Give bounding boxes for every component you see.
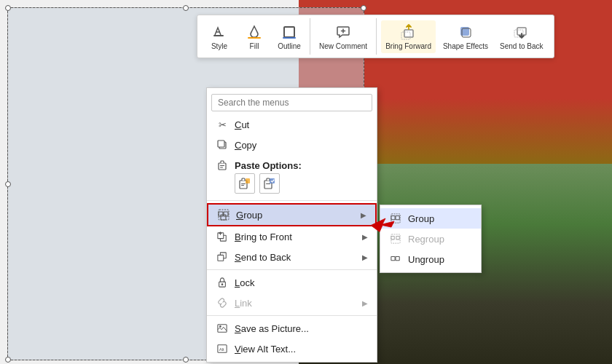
ribbon-separator-2 — [376, 18, 377, 55]
shape-effects-icon — [457, 23, 474, 41]
menu-item-link-text: Link — [235, 298, 362, 309]
ribbon-shape-effects-button[interactable]: Shape Effects — [439, 20, 493, 53]
menu-item-group-text: Group — [236, 210, 361, 221]
ribbon-send-to-back-label: Send to Back — [500, 42, 543, 50]
send-to-back-arrow: ▶ — [362, 253, 368, 261]
menu-item-lock-text: Lock — [235, 277, 368, 288]
menu-item-copy-text: Copy — [235, 140, 368, 151]
submenu-ungroup[interactable]: Ungroup — [380, 249, 481, 269]
menu-item-send-to-back[interactable]: Send to Back ▶ — [207, 247, 377, 267]
svg-rect-17 — [241, 185, 244, 186]
lock-icon — [216, 276, 229, 289]
svg-rect-29 — [391, 237, 394, 240]
bring-forward-icon — [400, 23, 417, 41]
link-icon — [216, 296, 229, 309]
ribbon-fill-label: Fill — [250, 42, 259, 50]
paste-options-icon — [216, 159, 229, 172]
save-as-picture-icon — [216, 322, 229, 335]
menu-item-bring-to-front-text: Bring to Front — [235, 232, 362, 242]
ribbon-bring-forward-label: Bring Forward — [385, 42, 431, 50]
menu-item-send-to-back-text: Send to Back — [235, 252, 362, 263]
copy-icon — [216, 138, 229, 151]
ribbon-outline-label: Outline — [278, 42, 301, 50]
style-icon — [211, 23, 228, 41]
send-to-back-icon — [216, 250, 229, 264]
menu-item-lock[interactable]: Lock — [207, 272, 377, 293]
send-to-back-icon — [513, 23, 530, 41]
svg-rect-13 — [220, 165, 224, 166]
bring-to-front-icon — [216, 230, 229, 243]
ribbon-shape-effects-label: Shape Effects — [443, 42, 488, 50]
svg-rect-37 — [218, 255, 224, 261]
submenu-group-text: Group — [408, 213, 434, 224]
menu-item-copy[interactable]: Copy — [207, 135, 377, 155]
svg-rect-4 — [404, 30, 413, 37]
group-submenu-arrow: ▶ — [361, 211, 366, 219]
menu-item-group[interactable]: Group ▶ Group — [207, 203, 377, 226]
menu-item-view-alt-text-text: View Alt Text... — [235, 344, 368, 355]
svg-rect-16 — [241, 183, 246, 184]
menu-item-cut[interactable]: ✂ Cut — [207, 114, 377, 135]
red-arrow-indicator — [368, 215, 397, 237]
ribbon-bring-forward-button[interactable]: Bring Forward — [381, 20, 436, 53]
menu-item-cut-text: Cut — [235, 119, 368, 130]
menu-item-view-alt-text[interactable]: Alt View Alt Text... — [207, 339, 377, 359]
context-menu: ✂ Cut Copy Paste Options: — [206, 87, 377, 363]
paste-options-label: Paste Options: — [235, 160, 368, 171]
menu-separator-3 — [207, 315, 377, 316]
svg-rect-3 — [283, 37, 296, 39]
fill-icon — [246, 23, 263, 41]
ribbon-style-button[interactable]: Style — [203, 20, 235, 53]
ribbon-toolbar: Style Fill Outline New Comment — [197, 15, 554, 58]
submenu-regroup-text: Regroup — [408, 234, 444, 245]
svg-rect-1 — [248, 37, 261, 39]
ribbon-style-label: Style — [211, 42, 227, 50]
svg-point-39 — [221, 283, 224, 285]
submenu-ungroup-icon — [389, 253, 402, 266]
new-comment-icon — [334, 23, 352, 41]
menu-separator-1 — [207, 200, 377, 201]
svg-rect-11 — [218, 141, 224, 147]
ribbon-send-to-back-button[interactable]: Send to Back — [495, 20, 547, 53]
menu-item-save-as-picture-text: Save as Picture... — [235, 323, 368, 334]
link-arrow: ▶ — [362, 299, 368, 307]
menu-search-input[interactable] — [211, 94, 372, 111]
ribbon-separator-1 — [310, 18, 310, 55]
svg-text:Alt: Alt — [219, 347, 224, 352]
svg-rect-12 — [219, 163, 226, 170]
ribbon-new-comment-label: New Comment — [319, 42, 367, 50]
cut-icon: ✂ — [216, 118, 229, 131]
svg-rect-14 — [220, 167, 223, 168]
submenu-ungroup-text: Ungroup — [408, 254, 444, 265]
view-alt-text-icon: Alt — [216, 342, 229, 355]
paste-icon-1[interactable] — [235, 173, 255, 194]
menu-separator-2 — [207, 269, 377, 270]
menu-item-bring-to-front[interactable]: Bring to Front ▶ — [207, 226, 377, 247]
ribbon-fill-button[interactable]: Fill — [238, 20, 270, 53]
menu-item-paste-options-header: Paste Options: — [207, 155, 377, 172]
svg-rect-30 — [396, 237, 399, 240]
svg-point-41 — [219, 325, 221, 328]
svg-rect-21 — [270, 178, 275, 183]
ribbon-outline-button[interactable]: Outline — [273, 20, 305, 53]
ribbon-new-comment-button[interactable]: New Comment — [315, 20, 372, 53]
svg-rect-0 — [213, 35, 224, 36]
svg-rect-32 — [391, 257, 395, 261]
svg-rect-33 — [396, 257, 399, 261]
outline-icon — [280, 23, 298, 41]
svg-rect-18 — [246, 178, 250, 183]
bring-to-front-arrow: ▶ — [362, 233, 368, 241]
svg-rect-20 — [266, 183, 270, 184]
group-icon — [217, 208, 230, 221]
menu-item-save-as-picture[interactable]: Save as Picture... — [207, 318, 377, 339]
paste-icons-row — [207, 172, 377, 198]
menu-item-link[interactable]: Link ▶ — [207, 293, 377, 313]
svg-rect-2 — [284, 27, 294, 37]
paste-icon-2[interactable] — [259, 173, 280, 194]
